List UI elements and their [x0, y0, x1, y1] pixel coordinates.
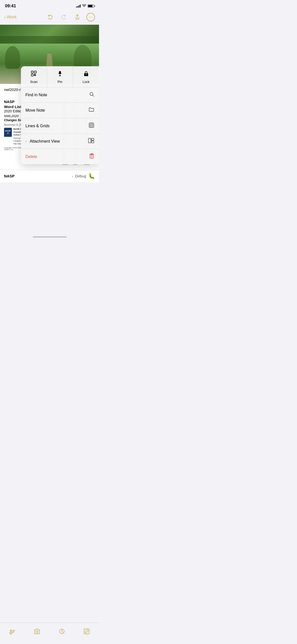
svg-rect-15: [91, 138, 94, 140]
debug-nasp-label: NASP: [4, 174, 15, 178]
svg-point-2: [91, 17, 92, 17]
debug-bug-icon: 🐛: [88, 173, 95, 179]
more-button[interactable]: [86, 13, 95, 21]
folder-icon: [88, 107, 94, 114]
debug-label: Debug: [75, 174, 86, 178]
svg-rect-9: [89, 123, 94, 127]
svg-rect-16: [91, 141, 94, 143]
debug-bar: NASP › Debug 🐛: [0, 170, 99, 182]
find-icon: [89, 91, 94, 98]
delete-label: Delete: [25, 154, 37, 159]
svg-rect-4: [34, 71, 36, 73]
photo-top: [0, 25, 99, 44]
debug-chevron-icon: ›: [72, 174, 73, 178]
grid-icon: [88, 122, 94, 130]
svg-point-1: [90, 17, 91, 17]
svg-point-0: [89, 17, 90, 17]
wifi-icon: [82, 4, 86, 8]
pin-menu-item[interactable]: Pin: [47, 66, 73, 87]
lock-label: Lock: [83, 80, 89, 84]
lines-grids-label: Lines & Grids: [25, 124, 50, 128]
trash-icon: [89, 153, 94, 160]
pin-label: Pin: [58, 80, 62, 84]
status-bar: 09:41: [0, 0, 99, 11]
lines-grids-item[interactable]: Lines & Grids: [21, 118, 99, 134]
attachment-view-label: Attachment View: [30, 139, 60, 144]
find-in-note-item[interactable]: Find in Note: [21, 87, 99, 103]
undo-button[interactable]: [46, 13, 55, 22]
move-note-label: Move Note: [25, 108, 45, 113]
nasp-logo: NASPA: [4, 128, 12, 137]
menu-icon-row: Scan Pin: [21, 66, 99, 87]
attachment-view-left: › Attachment View: [25, 139, 60, 144]
battery-icon: [88, 5, 94, 8]
note-content: Scan Pin: [0, 25, 99, 170]
signal-icon: [76, 5, 81, 8]
status-icons: [76, 4, 94, 8]
svg-point-8: [90, 92, 93, 95]
back-label: Work: [7, 15, 17, 20]
home-bar: [33, 236, 67, 238]
svg-rect-17: [90, 155, 93, 158]
nav-bar: ‹ Work: [0, 11, 99, 25]
svg-point-7: [86, 74, 86, 75]
scan-menu-item[interactable]: Scan: [21, 66, 47, 87]
svg-rect-5: [31, 74, 33, 76]
nav-actions: [46, 13, 95, 22]
find-in-note-label: Find in Note: [25, 93, 47, 97]
scan-label: Scan: [30, 80, 38, 84]
attachment-view-item[interactable]: › Attachment View: [21, 134, 99, 149]
delete-item[interactable]: Delete: [21, 149, 99, 164]
attachment-chevron-icon: ›: [25, 139, 27, 143]
lock-menu-item[interactable]: Lock: [73, 66, 99, 87]
home-indicator: [0, 233, 99, 241]
status-time: 09:41: [5, 4, 16, 9]
debug-right: › Debug 🐛: [72, 173, 95, 179]
svg-rect-14: [88, 138, 91, 143]
share-button[interactable]: [73, 13, 82, 22]
back-button[interactable]: ‹ Work: [4, 14, 17, 20]
redo-button[interactable]: [59, 13, 68, 22]
scan-icon: [30, 70, 37, 78]
pin-icon: [57, 70, 63, 78]
move-note-item[interactable]: Move Note: [21, 103, 99, 118]
lock-icon: [83, 70, 89, 78]
back-chevron-icon: ‹: [4, 14, 6, 20]
context-menu: Scan Pin: [21, 66, 99, 164]
gray-area: [0, 182, 99, 233]
attachment-view-icon: [88, 138, 94, 145]
svg-rect-3: [31, 71, 33, 73]
